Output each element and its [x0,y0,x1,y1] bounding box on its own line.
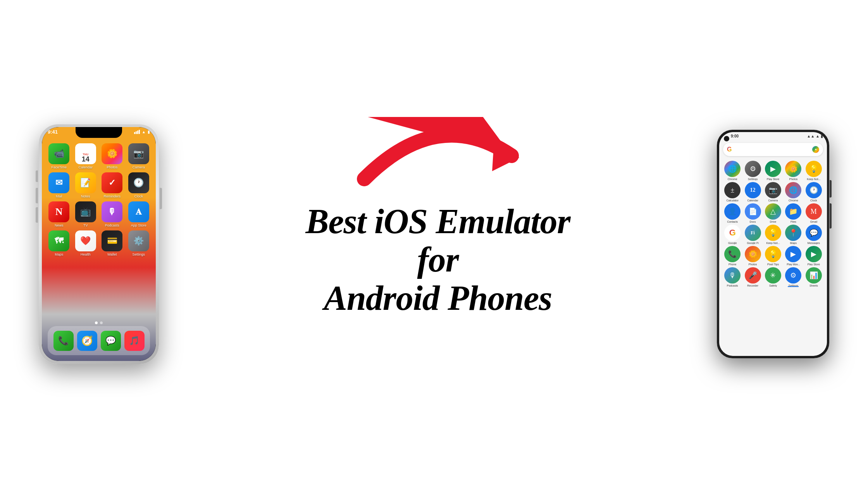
android-app-keepnotes[interactable]: 💡 Keep Not... [804,161,823,180]
android-clock-icon: 🕐 [806,182,822,198]
ios-app-photos[interactable]: 🌼 Photos [100,143,124,169]
android-app-google[interactable]: G Google [723,225,742,244]
android-app-sheets[interactable]: 📊 Sheets [804,267,823,287]
maps-label: Maps [55,253,63,256]
tv-label: TV [83,223,88,227]
android-messages-label: Messages [808,242,820,244]
android-app-playstore2[interactable]: ▶ Play Store [804,246,823,266]
android-app-googlefi[interactable]: Fi Google Fi [743,225,762,244]
news-label: News [55,223,64,227]
android-app-chrome2[interactable]: 🌐 Chrome [784,182,803,202]
android-app-grid: 🌐 Chrome ⚙ Settings ▶ Play Store 🌼 Photo… [722,160,824,288]
photos-icon: 🌼 [102,143,122,164]
ios-app-health[interactable]: ❤️ Health [74,230,98,256]
ios-app-calendar[interactable]: THU 14 Calendar [74,143,98,169]
facetime-label: FaceTime [51,165,67,169]
android-camera-icon: 📷 [765,182,781,198]
android-status-icons: ▲▲ ▲ ▮ [807,134,823,138]
pixeltips-label: Pixel Tips [767,263,779,266]
android-phone: 9:00 ▲▲ ▲ ▮ G ✦ 🌐 C [717,130,829,358]
center-content: Best iOS Emulator for Android Phones [159,171,717,317]
android-phone-icon: 📞 [724,246,741,262]
ios-app-reminders[interactable]: ✓ Reminders [100,172,124,198]
dot-1 [95,321,98,324]
dot-2 [100,321,103,324]
dock-phone[interactable]: 📞 [53,331,74,351]
clock-icon: 🕐 [128,172,149,193]
android-app-calculator[interactable]: ± Calculator [723,182,742,202]
settings-icon: ⚙️ [128,230,149,251]
health-icon: ❤️ [75,230,96,251]
red-arrow-svg [341,117,535,194]
drive-label: Drive [770,220,776,223]
android-app-maps[interactable]: 📍 Maps [784,225,803,244]
android-app-contacts[interactable]: 👤 Contacts [723,203,742,223]
ios-app-appstore[interactable]: 𝐀 App Store [127,201,151,227]
ios-screen-container: 9:41 ▲ ▮ 📹 [42,127,156,361]
android-app-settings[interactable]: ⚙ Settings [743,161,762,180]
android-app-keepnotes2[interactable]: 💡 Keep Not... [764,225,782,244]
ios-volume-down [36,207,38,223]
ios-app-mail[interactable]: ✉ Mail [47,172,71,198]
dock-messages[interactable]: 💬 [101,331,121,351]
android-app-photos[interactable]: 🌼 Photos [784,161,803,180]
android-app-docs[interactable]: 📄 Docs [743,203,762,223]
dock-safari[interactable]: 🧭 [77,331,97,351]
android-app-files[interactable]: 📁 Files [784,203,803,223]
android-app-clock[interactable]: 🕐 Clock [804,182,823,202]
android-app-phone[interactable]: 📞 Phone [723,246,742,266]
title-line3: Android Phones [305,279,570,317]
android-calendar-icon: 12 [745,182,761,198]
ios-app-tv[interactable]: 📺 TV [74,201,98,227]
android-app-settings2[interactable]: ⚙ Settings [784,267,803,287]
android-search-bar[interactable]: G ✦ [723,143,823,156]
appstore-label: App Store [131,223,146,227]
android-app-safety[interactable]: ✳ Safety [764,267,782,287]
ios-app-podcasts[interactable]: 🎙 Podcasts [100,201,124,227]
android-app-camera[interactable]: 📷 Camera [764,182,782,202]
android-app-playmovies[interactable]: ▶ Play Mov... [784,246,803,266]
calculator-label: Calculator [726,199,739,202]
android-power-button [830,180,832,198]
ios-status-icons: ▲ ▮ [134,130,150,134]
ios-app-news[interactable]: N News [47,201,71,227]
ios-app-wallet[interactable]: 💳 Wallet [100,230,124,256]
android-camera-hole [724,136,729,141]
battery-icon: ▮ [148,130,150,134]
google-g-logo: G [727,146,732,153]
android-screen: 9:00 ▲▲ ▲ ▮ G ✦ 🌐 C [719,132,827,356]
ios-app-clock[interactable]: 🕐 Clock [127,172,151,198]
reminders-label: Reminders [103,194,121,198]
google-label: Google [728,242,737,244]
android-screen-container: 9:00 ▲▲ ▲ ▮ G ✦ 🌐 C [719,132,827,356]
notes-icon: 📝 [75,172,96,193]
android-status-bar: 9:00 ▲▲ ▲ ▮ [731,134,823,138]
docs-icon: 📄 [745,203,761,220]
android-app-messages[interactable]: 💬 Messages [804,225,823,244]
ios-app-grid: 📹 FaceTime THU 14 Calendar 🌼 Photos [46,142,152,258]
android-app-photos2[interactable]: 🌼 Photos [743,246,762,266]
android-app-recorder[interactable]: 🎤 Recorder [743,267,762,287]
ios-app-facetime[interactable]: 📹 FaceTime [47,143,71,169]
android-app-podcasts[interactable]: 🎙 Podcasts [723,267,742,287]
maps-icon: 🗺 [48,230,69,251]
ios-app-notes[interactable]: 📝 Notes [74,172,98,198]
android-app-drive[interactable]: △ Drive [764,203,782,223]
ios-app-maps[interactable]: 🗺 Maps [47,230,71,256]
android-app-playstore[interactable]: ▶ Play Store [764,161,782,180]
android-app-chrome[interactable]: 🌐 Chrome [723,161,742,180]
google-assistant-icon[interactable]: ✦ [812,146,819,153]
dock-music[interactable]: 🎵 [124,331,145,351]
signal-strength [134,130,140,134]
ios-silent-switch [36,170,38,182]
ios-time: 9:41 [48,129,58,135]
android-app-calendar[interactable]: 12 Calendar [743,182,762,202]
android-app-pixeltips[interactable]: 💡 Pixel Tips [764,246,782,266]
reminders-icon: ✓ [102,172,122,193]
android-app-gmail[interactable]: M Gmail [804,203,823,223]
facetime-icon: 📹 [48,143,69,164]
ios-app-camera[interactable]: 📷 Camera [127,143,151,169]
android-camera-label: Camera [768,199,778,202]
gmail-icon: M [806,203,822,220]
ios-app-settings[interactable]: ⚙️ Settings [127,230,151,256]
